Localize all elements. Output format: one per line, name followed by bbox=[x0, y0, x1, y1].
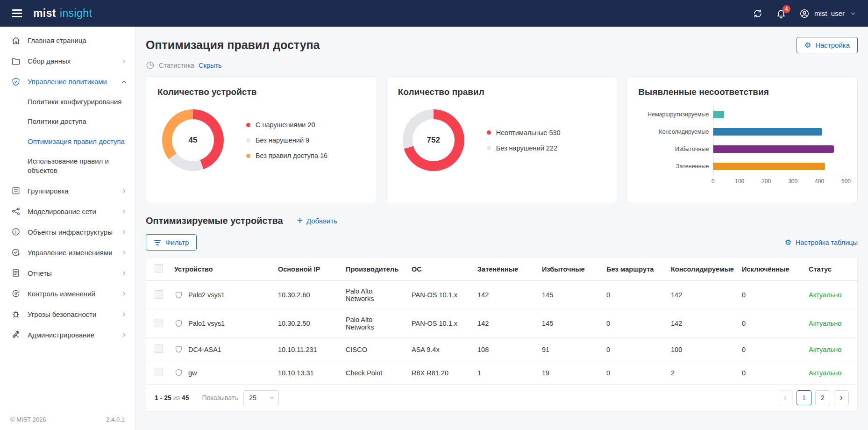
legend-label: Без нарушений 222 bbox=[496, 144, 557, 152]
settings-button[interactable]: ⚙ Настройка bbox=[797, 37, 858, 53]
sidebar-item-changes[interactable]: Управление изменениями bbox=[0, 242, 135, 263]
cell-ip: 10.10.11.231 bbox=[273, 338, 341, 361]
sidebar-subitem[interactable]: Использование правил и объектов bbox=[0, 151, 135, 181]
prev-page-button[interactable]: ‹ bbox=[778, 390, 793, 405]
sidebar-item-policy[interactable]: Управление политиками bbox=[0, 72, 135, 92]
sidebar-subitem[interactable]: Политики доступа bbox=[0, 112, 135, 131]
column-header[interactable]: Без маршрута bbox=[602, 258, 666, 281]
sidebar-item-home[interactable]: Главная страница bbox=[0, 30, 135, 51]
column-header[interactable]: ОС bbox=[407, 258, 473, 281]
cell-no-route: 0 bbox=[602, 338, 666, 361]
table-row[interactable]: Palo1 vsys110.30.2.50Palo Alto NetworksP… bbox=[146, 309, 857, 338]
legend-label: Неоптимальные 530 bbox=[496, 129, 561, 136]
card-title: Количество правил bbox=[398, 87, 606, 97]
sidebar-item-folder[interactable]: Сбор данных bbox=[0, 51, 135, 72]
copyright-text: © MIST 2026 bbox=[10, 416, 46, 423]
sidebar-subitem[interactable]: Политики конфигурирования bbox=[0, 92, 135, 112]
user-menu[interactable]: mist_user bbox=[799, 8, 856, 19]
legend-dot bbox=[246, 154, 250, 158]
legend-item: Без нарушений 222 bbox=[487, 144, 561, 152]
column-header[interactable]: Основной IP bbox=[273, 258, 341, 281]
table-settings-link[interactable]: ⚙ Настройка таблицы bbox=[785, 239, 858, 246]
bar bbox=[713, 163, 825, 170]
device-name: Palo1 vsys1 bbox=[188, 320, 225, 327]
filter-icon bbox=[154, 240, 161, 245]
gear-icon: ⚙ bbox=[804, 42, 811, 49]
bar-track bbox=[713, 106, 846, 123]
chevron-right-icon bbox=[121, 188, 127, 194]
page-size-label: Показывать bbox=[202, 394, 238, 401]
sidebar-subitem[interactable]: Оптимизация правил доступа bbox=[0, 132, 135, 151]
sidebar-item-label: Сбор данных bbox=[28, 57, 114, 66]
top-navbar: mist insight 4 mist_user bbox=[0, 0, 868, 27]
column-header[interactable]: Затенённые bbox=[473, 258, 537, 281]
add-device-link[interactable]: + Добавить bbox=[297, 216, 338, 225]
changes-icon bbox=[11, 248, 21, 257]
table-footer: 1 - 25 из 45 Показывать 25 ‹ 12 › bbox=[146, 385, 857, 411]
bar-track bbox=[713, 123, 846, 140]
page-button-2[interactable]: 2 bbox=[815, 390, 830, 405]
notifications-button[interactable]: 4 bbox=[776, 8, 786, 19]
admin-icon bbox=[11, 330, 21, 339]
barchart-card: Выявленные несоответствияНемаршрутизируе… bbox=[626, 76, 858, 203]
sidebar-item-label: Группировка bbox=[28, 186, 114, 196]
statistics-label: Статистика bbox=[159, 62, 194, 69]
sidebar-item-group[interactable]: Группировка bbox=[0, 180, 135, 201]
cell-consolidatable: 142 bbox=[666, 309, 737, 338]
row-checkbox[interactable] bbox=[155, 290, 163, 299]
filter-button[interactable]: Фильтр bbox=[146, 234, 197, 251]
column-header[interactable]: Исключённые bbox=[737, 258, 804, 281]
hamburger-menu-icon[interactable] bbox=[12, 9, 22, 17]
sidebar-item-label: Администрирование bbox=[28, 330, 114, 340]
cell-ip: 10.30.2.60 bbox=[273, 281, 341, 309]
cell-redundant: 145 bbox=[537, 281, 602, 309]
sidebar-item-info[interactable]: Объекты инфраструктуры bbox=[0, 222, 135, 242]
table-row[interactable]: DC4-ASA110.10.11.231CISCOASA 9.4x1089101… bbox=[146, 338, 857, 361]
cell-excluded: 0 bbox=[737, 309, 804, 338]
cell-excluded: 0 bbox=[737, 338, 804, 361]
donut-chart: 45 bbox=[162, 109, 224, 171]
chevron-right-icon bbox=[121, 271, 127, 276]
column-header[interactable]: Статус bbox=[804, 258, 857, 281]
legend-label: Без нарушений 9 bbox=[256, 136, 309, 144]
chevron-right-icon bbox=[121, 229, 127, 235]
sidebar-item-threat[interactable]: Угрозы безопасности bbox=[0, 304, 135, 324]
sidebar-item-admin[interactable]: Администрирование bbox=[0, 324, 135, 345]
logo-mist: mist bbox=[33, 7, 56, 20]
select-all-checkbox[interactable] bbox=[155, 264, 163, 272]
info-icon bbox=[11, 227, 21, 236]
device-shield-icon bbox=[174, 291, 183, 300]
cell-excluded: 0 bbox=[737, 281, 804, 309]
row-checkbox[interactable] bbox=[155, 368, 163, 376]
axis-tick-label: 400 bbox=[815, 178, 824, 185]
sidebar-item-network[interactable]: Моделирование сети bbox=[0, 201, 135, 222]
device-name: DC4-ASA1 bbox=[188, 346, 221, 353]
row-checkbox[interactable] bbox=[155, 344, 163, 353]
column-header[interactable]: Устройство bbox=[170, 258, 273, 281]
hide-link[interactable]: Скрыть bbox=[199, 62, 222, 69]
home-icon bbox=[11, 36, 21, 45]
sidebar-item-report[interactable]: Отчеты bbox=[0, 263, 135, 283]
sidebar-item-control[interactable]: Контроль изменений bbox=[0, 283, 135, 304]
cell-redundant: 91 bbox=[537, 338, 602, 361]
column-header[interactable]: Избыточные bbox=[537, 258, 602, 281]
cell-no-route: 0 bbox=[602, 309, 666, 338]
device-name: gw bbox=[188, 369, 197, 377]
page-button-1[interactable]: 1 bbox=[797, 390, 811, 405]
table-row[interactable]: gw10.10.13.31Check PointR8X R81.20119020… bbox=[146, 361, 857, 385]
next-page-button[interactable]: › bbox=[834, 390, 849, 405]
card-title: Выявленные несоответствия bbox=[638, 87, 846, 97]
page-size-value: 25 bbox=[249, 394, 256, 401]
refresh-button[interactable] bbox=[753, 8, 763, 19]
cell-os: PAN-OS 10.1.x bbox=[407, 309, 473, 338]
sidebar-item-label: Объекты инфраструктуры bbox=[28, 228, 114, 237]
table-row[interactable]: Palo2 vsys110.30.2.60Palo Alto NetworksP… bbox=[146, 281, 857, 309]
column-header[interactable]: Производитель bbox=[341, 258, 407, 281]
bar-category-label: Избыточные bbox=[638, 140, 713, 158]
legend-label: С нарушениями 20 bbox=[256, 121, 315, 129]
legend-dot bbox=[246, 138, 250, 143]
column-header[interactable]: Консолидируемые bbox=[666, 258, 737, 281]
device-shield-icon bbox=[174, 319, 183, 328]
page-size-select[interactable]: 25 bbox=[243, 390, 279, 405]
row-checkbox[interactable] bbox=[155, 319, 163, 327]
